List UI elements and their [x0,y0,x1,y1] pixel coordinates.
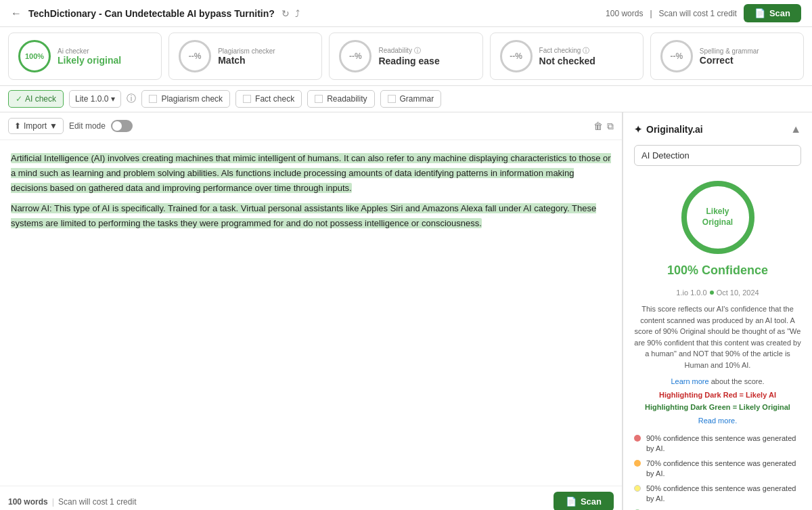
fact-check-value: Not checked [539,56,595,66]
confidence-circle-text: Likely Original [702,207,733,228]
date-text: Oct 10, 2024 [717,289,759,297]
dot-separator [710,291,714,295]
ai-checker-label: Ai checker [58,47,121,55]
fact-check-button[interactable]: Fact check [235,90,302,108]
metric-readability[interactable]: --% Readability ⓘ Reading ease [329,33,482,80]
scan-btn-label: Scan [769,8,790,18]
read-more-link[interactable]: Read more. [698,417,737,425]
top-bar: ← TechDictionary - Can Undetectable AI b… [0,0,812,27]
plagiarism-check-button[interactable]: Plagiarism check [141,90,230,108]
editor-content[interactable]: Artificial Intelligence (AI) involves cr… [0,140,622,486]
scan-cost-top: Scan will cost 1 credit [659,9,737,18]
readability-value: Reading ease [378,56,439,66]
confidence-container: Likely Original 100% Confidence [634,177,801,280]
metric-fact-check[interactable]: --% Fact checking ⓘ Not checked [490,33,644,80]
sentence-dot-1 [634,460,641,467]
top-bar-icons: ↻ ⤴ [281,8,300,19]
plagiarism-label: Plagiarism checker [218,47,275,55]
ai-checker-value: Likely original [58,55,121,66]
editor-paragraph-1: Artificial Intelligence (AI) involves cr… [11,151,611,196]
readability-button[interactable]: Readability [307,90,374,108]
scan-button-bottom[interactable]: 📄 Scan [554,492,614,510]
ai-checker-circle: 100% [18,40,51,72]
top-bar-left: ← TechDictionary - Can Undetectable AI b… [11,7,300,20]
page-title: TechDictionary - Can Undetectable AI byp… [28,8,275,19]
version-button[interactable]: Lite 1.0.0 ▾ [69,90,121,108]
word-count-bottom: 100 words [8,497,48,507]
scan-button-top[interactable]: 📄 Scan [744,4,801,22]
plagiarism-value: Match [218,55,275,66]
scan-btn-icon: 📄 [754,8,765,18]
editor-toolbar: ⬆ Import ▼ Edit mode 🗑 ⧉ [0,112,622,140]
edit-mode-toggle[interactable] [111,120,133,132]
editor-toolbar-left: ⬆ Import ▼ Edit mode [8,118,133,134]
version-label: Lite 1.0.0 [75,94,108,104]
spelling-value: Correct [700,55,759,66]
back-button[interactable]: ← [11,7,22,20]
ai-check-button[interactable]: ✓ AI check [8,90,64,108]
info-icon[interactable]: ⓘ [127,93,136,105]
grammar-button[interactable]: Grammar [380,90,442,108]
metric-ai-checker[interactable]: 100% Ai checker Likely original [8,33,162,80]
share-icon[interactable]: ⤴ [295,8,300,19]
edit-mode-label: Edit mode [69,121,106,131]
sentence-list: 90% confidence this sentence was generat… [634,433,801,510]
cost-info-bottom: Scan will cost 1 credit [58,497,136,507]
readability-info: Readability ⓘ Reading ease [378,46,439,66]
cost-info-top: | [650,9,652,18]
learn-more-link[interactable]: Learn more [671,377,708,385]
toggle-knob [112,121,122,131]
version-line: 1.io 1.0.0 Oct 10, 2024 [634,289,801,297]
confidence-circle-wrap: Likely Original [677,177,759,258]
sentence-text-1: 70% confidence this sentence was generat… [646,459,801,480]
scan-bottom-icon: 📄 [566,496,577,507]
copy-button[interactable]: ⧉ [607,121,614,132]
upload-icon: ⬆ [14,121,21,131]
panel-description: This score reflects our AI's confidence … [634,303,801,370]
learn-more-line: Learn more about the score. [634,377,801,385]
import-label: Import [24,121,47,131]
fact-check-circle: --% [500,40,533,72]
editor-toolbar-right: 🗑 ⧉ [593,121,614,132]
metrics-row: 100% Ai checker Likely original --% Plag… [0,27,812,86]
fact-check-label: Fact checking ⓘ [539,46,595,56]
top-bar-right: 100 words | Scan will cost 1 credit 📄 Sc… [606,4,801,22]
readability-circle: --% [339,40,371,72]
readability-checkbox-icon [315,95,323,103]
check-icon: ✓ [16,94,22,104]
editor-pane: ⬆ Import ▼ Edit mode 🗑 ⧉ Artificial Inte… [0,112,623,510]
circle-label-line2: Original [702,217,733,228]
fact-check-btn-label: Fact check [255,94,294,104]
readability-label: Readability ⓘ [378,46,439,56]
sentence-dot-2 [634,485,641,492]
detection-select[interactable]: AI Detection Plagiarism Readability [634,145,801,166]
import-button[interactable]: ⬆ Import ▼ [8,118,64,134]
grammar-btn-label: Grammar [400,94,434,104]
sentence-item-1: 70% confidence this sentence was generat… [634,459,801,480]
plagiarism-circle: --% [179,40,211,72]
grammar-checkbox-icon [388,95,396,103]
panel-title: ✦ Originality.ai [634,124,703,135]
fact-check-info: Fact checking ⓘ Not checked [539,46,595,66]
originality-icon: ✦ [634,124,642,135]
plagiarism-checkbox-icon [149,95,157,103]
spelling-circle: --% [660,40,693,72]
spelling-label: Spelling & grammar [700,47,759,55]
scan-bottom-label: Scan [581,496,602,507]
main-layout: ⬆ Import ▼ Edit mode 🗑 ⧉ Artificial Inte… [0,112,812,510]
sentence-dot-0 [634,435,641,442]
toolbar: ✓ AI check Lite 1.0.0 ▾ ⓘ Plagiarism che… [0,86,812,112]
readability-btn-label: Readability [327,94,367,104]
sentence-text-2: 50% confidence this sentence was generat… [646,484,801,505]
spelling-info: Spelling & grammar Correct [700,47,759,66]
chevron-down-icon: ▾ [111,94,115,104]
metric-plagiarism[interactable]: --% Plagiarism checker Match [168,33,322,80]
collapse-button[interactable]: ▲ [790,123,801,135]
plagiarism-check-label: Plagiarism check [161,94,223,104]
refresh-icon[interactable]: ↻ [281,8,290,19]
version-text: 1.io 1.0.0 [676,289,706,297]
delete-button[interactable]: 🗑 [593,121,603,132]
separator: | [52,496,54,507]
metric-spelling[interactable]: --% Spelling & grammar Correct [650,33,804,80]
panel-title-text: Originality.ai [646,124,703,135]
